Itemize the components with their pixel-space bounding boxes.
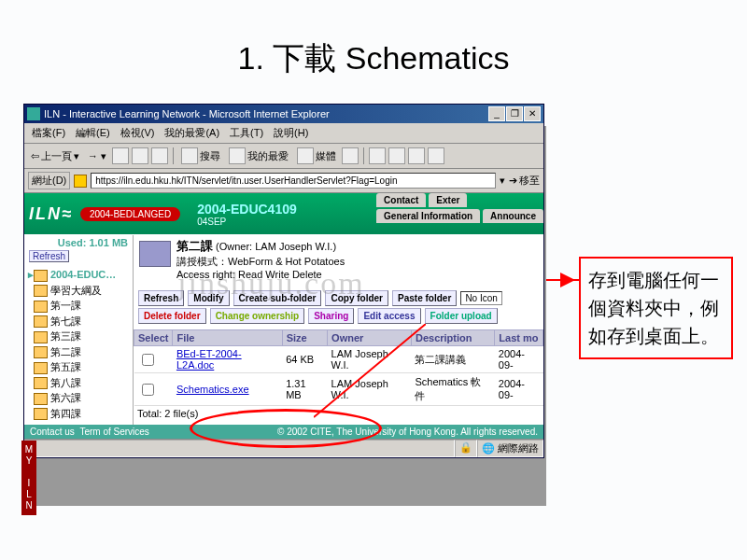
main-panel: 第二課 (Owner: LAM Joseph W.I.) 講授模式：WebFor… — [134, 235, 543, 425]
action-bar: Refresh Modify Create sub-folder Copy fo… — [134, 290, 543, 328]
status-lock-icon: 🔒 — [455, 440, 477, 457]
status-bar: 🔒 🌐 網際網路 — [24, 439, 543, 457]
cell-last: 2004-09- — [495, 373, 543, 406]
edit-icon[interactable] — [408, 147, 425, 164]
menu-fav[interactable]: 我的最愛(A) — [161, 125, 223, 141]
cell-size: 1.31 MB — [282, 373, 327, 406]
tree-item[interactable]: 第三課 — [28, 329, 131, 344]
annotation-box: 存到電腦任何一個資料夾中，例如存到桌面上。 — [579, 257, 733, 359]
menubar: 檔案(F) 編輯(E) 檢視(V) 我的最愛(A) 工具(T) 說明(H) — [24, 123, 543, 144]
folder-header: 第二課 (Owner: LAM Joseph W.I.) 講授模式：WebFor… — [134, 235, 543, 288]
col-owner[interactable]: Owner — [328, 330, 412, 346]
icon-select[interactable]: No Icon — [460, 291, 501, 305]
footer-terms[interactable]: Term of Services — [79, 427, 148, 437]
ie-icon — [27, 107, 40, 120]
address-input[interactable]: https://iln.edu.hku.hk/ITN/servlet/itn.u… — [91, 173, 496, 189]
tab-contact[interactable]: Contact — [376, 193, 426, 207]
tab-external[interactable]: Exter — [429, 193, 467, 207]
table-row: Schematics.exe 1.31 MB LAM Joseph W.I. S… — [134, 373, 543, 406]
slide-title: 1. 下載 Schematics — [0, 37, 747, 80]
col-desc[interactable]: Description — [411, 330, 494, 346]
cell-owner: LAM Joseph W.I. — [328, 346, 412, 373]
menu-edit[interactable]: 編輯(E) — [72, 125, 114, 141]
tab-announce[interactable]: Announce — [483, 209, 543, 223]
file-link[interactable]: Schematics.exe — [176, 384, 249, 395]
toolbar: ⇦上一頁 ▾ → ▾ 搜尋 我的最愛 媒體 — [24, 144, 543, 169]
folder-upload-button[interactable]: Folder upload — [425, 308, 498, 324]
msgr-icon[interactable] — [428, 147, 444, 164]
storage-used: Used: 1.01 MB — [24, 235, 133, 250]
col-select[interactable]: Select — [134, 330, 173, 346]
address-bar: 網址(D) https://iln.edu.hku.hk/ITN/servlet… — [24, 169, 543, 193]
tree-item[interactable]: 第二課 — [28, 344, 131, 360]
maximize-button[interactable]: ❐ — [506, 106, 523, 121]
go-button[interactable]: ➔移至 — [509, 174, 540, 188]
left-sidebar: Used: 1.01 MB Refresh ▸2004-EDUC… 學習大綱及 … — [24, 235, 134, 425]
tab-general[interactable]: General Information — [376, 209, 480, 223]
media-button[interactable]: 媒體 — [294, 147, 339, 165]
course-pill[interactable]: 2004-BEDLANGED — [80, 207, 180, 221]
back-button[interactable]: ⇦上一頁 ▾ — [28, 148, 82, 164]
delete-folder-button[interactable]: Delete folder — [138, 308, 206, 324]
header-tabs: Contact Exter General Information Announ… — [376, 193, 543, 223]
tree-item[interactable]: 第七課 — [28, 314, 131, 329]
history-icon[interactable] — [342, 147, 359, 164]
print-icon[interactable] — [388, 147, 405, 164]
refresh-button[interactable]: Refresh — [138, 290, 184, 306]
create-subfolder-button[interactable]: Create sub-folder — [233, 290, 322, 306]
table-row: BEd-ET-2004-L2A.doc 64 KB LAM Joseph W.I… — [134, 346, 543, 373]
cell-desc: Schematics 軟件 — [411, 373, 494, 406]
my-iln-tab[interactable]: MYILN — [21, 441, 36, 515]
tree-item[interactable]: 第五課 — [28, 359, 131, 375]
address-dropdown[interactable]: ▾ — [500, 175, 505, 187]
app-footer: Contact us Term of Services © 2002 CITE,… — [24, 425, 543, 439]
menu-help[interactable]: 說明(H) — [270, 125, 312, 141]
col-last[interactable]: Last mo — [495, 330, 543, 346]
cell-size: 64 KB — [282, 346, 327, 373]
mail-icon[interactable] — [369, 147, 386, 164]
tree-item[interactable]: 學習大綱及 — [28, 283, 131, 299]
app-header: ILN≈ 2004-BEDLANGED 2004-EDUC4109 04SEP … — [24, 193, 543, 234]
search-button[interactable]: 搜尋 — [178, 147, 223, 165]
stop-icon[interactable] — [112, 147, 129, 164]
lock-icon — [74, 175, 87, 188]
ie-window: ILN - Interactive Learning Network - Mic… — [23, 104, 544, 458]
status-zone: 🌐 網際網路 — [477, 440, 543, 457]
address-label: 網址(D) — [28, 172, 70, 189]
tree-item[interactable]: 第一課 — [28, 298, 131, 314]
col-file[interactable]: File — [173, 330, 282, 346]
menu-view[interactable]: 檢視(V) — [117, 125, 159, 141]
tree-item[interactable]: 第八課 — [28, 375, 131, 391]
course-title: 2004-EDUC4109 04SEP — [197, 202, 297, 227]
change-owner-button[interactable]: Change ownership — [210, 308, 304, 324]
annotation-arrow-icon — [560, 273, 575, 287]
edit-access-button[interactable]: Edit access — [358, 308, 420, 324]
menu-tools[interactable]: 工具(T) — [226, 125, 267, 141]
footer-contact[interactable]: Contact us — [30, 427, 75, 437]
close-button[interactable]: ✕ — [524, 106, 541, 121]
titlebar: ILN - Interactive Learning Network - Mic… — [24, 105, 543, 123]
copy-folder-button[interactable]: Copy folder — [325, 290, 388, 306]
row-checkbox[interactable] — [142, 384, 154, 396]
folder-tree: ▸2004-EDUC… 學習大綱及 第一課 第七課 第三課 第二課 第五課 第八… — [24, 265, 133, 425]
minimize-button[interactable]: _ — [488, 106, 505, 121]
paste-folder-button[interactable]: Paste folder — [392, 290, 457, 306]
sharing-button[interactable]: Sharing — [308, 308, 354, 324]
modify-button[interactable]: Modify — [188, 290, 229, 306]
tree-root[interactable]: ▸2004-EDUC… — [28, 267, 131, 283]
file-link[interactable]: BEd-ET-2004-L2A.doc — [176, 348, 242, 371]
tree-item[interactable]: 第六課 — [28, 390, 131, 406]
refresh-icon[interactable] — [132, 147, 148, 164]
menu-file[interactable]: 檔案(F) — [28, 125, 69, 141]
home-icon[interactable] — [151, 147, 168, 164]
file-total: Total: 2 file(s) — [134, 406, 543, 421]
window-title: ILN - Interactive Learning Network - Mic… — [44, 108, 488, 119]
tree-item[interactable]: 第四課 — [28, 406, 131, 422]
col-size[interactable]: Size — [282, 330, 327, 346]
row-checkbox[interactable] — [142, 354, 154, 366]
footer-copyright: © 2002 CITE, The University of Hong Kong… — [149, 427, 538, 437]
sidebar-refresh-button[interactable]: Refresh — [29, 250, 69, 262]
favorites-button[interactable]: 我的最愛 — [226, 147, 291, 165]
forward-button[interactable]: → ▾ — [85, 149, 109, 163]
page-content: ILN≈ 2004-BEDLANGED 2004-EDUC4109 04SEP … — [24, 193, 543, 439]
